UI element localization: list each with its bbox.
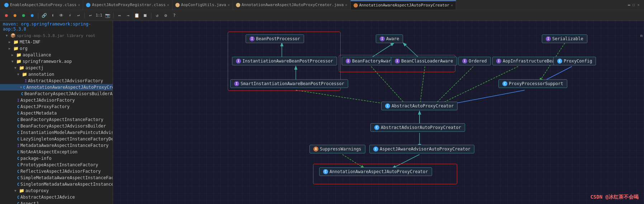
- sidebar-beanfactory-builder[interactable]: C BeanFactoryAspectJAdvisorsBuilder: [0, 123, 113, 129]
- tab-aop-config[interactable]: AopConfigUtils.java ✕: [172, 0, 233, 10]
- sidebar-singleton-metadata[interactable]: C SingletonMetadataAwareAspectInstanceFa…: [0, 181, 113, 187]
- icon-c-lazy: C: [17, 137, 19, 141]
- tab-aspect-registrar[interactable]: AspectJAutoProxyRegistrar.class ✕: [83, 0, 172, 10]
- sidebar-metadata-aware[interactable]: I MetadataAwareAspectInstanceFactory: [0, 142, 113, 149]
- sidebar-annotation-aware[interactable]: ▼ C AnnotationAwareAspectJAutoProxyCreat…: [0, 84, 113, 91]
- sidebar-org[interactable]: ▶ 📁 org: [0, 45, 113, 52]
- icon-ordered: I: [462, 59, 467, 64]
- sidebar-aspectj-advisor-factory[interactable]: I AspectJAdvisorFactory: [0, 97, 113, 103]
- sidebar-beanfactory-aspect[interactable]: C BeanFactoryAspectInstanceFactory: [0, 116, 113, 123]
- icon-i-abstract: I: [25, 79, 27, 83]
- arrow-aop: ▶: [11, 53, 15, 57]
- sidebar-reflective[interactable]: C ReflectiveAspectJAdvisorFactory: [0, 168, 113, 175]
- node-bean-post-processor[interactable]: I BeanPostProcessor: [246, 34, 304, 43]
- sidebar-annotation[interactable]: ▼ 📁 annotation: [0, 71, 113, 78]
- sidebar-aspectj-ellipsis[interactable]: C AspectJ...: [0, 200, 113, 204]
- node-bean-factory-aware[interactable]: I BeanFactoryAware: [342, 57, 398, 65]
- btn-clipboard[interactable]: 📋: [133, 12, 140, 19]
- btn-redo[interactable]: ↺: [153, 12, 161, 19]
- btn-arrow[interactable]: →: [124, 12, 132, 19]
- btn-help[interactable]: ?: [171, 12, 178, 19]
- sidebar-aspectj-proxy-factory[interactable]: C AspectJProxyFactory: [0, 103, 113, 110]
- node-proxy-config[interactable]: C ProxyConfig: [553, 57, 596, 65]
- btn-reshape[interactable]: ↩: [75, 12, 82, 19]
- btn-down[interactable]: ⬇: [49, 12, 56, 19]
- btn-expand[interactable]: ↔: [116, 12, 123, 19]
- btn-eye[interactable]: 👁: [58, 12, 65, 19]
- node-abstract-advisor-auto-proxy[interactable]: C AbstractAdvisorAutoProxyCreator: [370, 123, 465, 132]
- icon-bpp: I: [250, 36, 255, 41]
- node-serializable[interactable]: I Serializable: [542, 34, 587, 43]
- node-aop-infrastructure[interactable]: I AopInfrastructureBean: [492, 57, 561, 65]
- node-bean-class-loader-aware[interactable]: I BeanClassLoaderAware: [391, 57, 457, 65]
- arrow-spring: ▼: [11, 60, 15, 63]
- diagram-area[interactable]: I BeanPostProcessor I Aware I Serializab…: [113, 21, 644, 204]
- close-icon2[interactable]: ✕: [167, 3, 169, 7]
- icon-bcla: I: [395, 59, 400, 64]
- icon-c-inst: C: [17, 131, 19, 135]
- sidebar-aspect-metadata[interactable]: C AspectMetadata: [0, 110, 113, 116]
- node-smart-instantiation[interactable]: I SmartInstantiationAwareBeanPostProcess…: [230, 79, 348, 88]
- sidebar-not-aspect[interactable]: C NotAnAtAspectException: [0, 149, 113, 155]
- close-icon4[interactable]: ✕: [345, 3, 347, 7]
- sidebar-aopalliance[interactable]: ▶ 📁 aopalliance: [0, 52, 113, 58]
- sep2: [84, 13, 85, 18]
- node-ordered[interactable]: I Ordered: [458, 57, 491, 65]
- icon-ajapc: C: [373, 147, 378, 152]
- close-icon3[interactable]: ✕: [228, 3, 230, 7]
- btn-stop[interactable]: ⏹: [142, 12, 149, 19]
- btn-link[interactable]: 🔗: [41, 12, 48, 19]
- icon-bfa: I: [346, 59, 351, 64]
- btn-zoom-ratio[interactable]: 1:1: [95, 12, 103, 19]
- edge-indicator: m: [640, 33, 643, 38]
- tab-icon-diagram: [354, 3, 358, 8]
- node-abstract-auto-proxy[interactable]: C AbstractAutoProxyCreator: [381, 102, 458, 110]
- btn-red[interactable]: ⏺: [3, 12, 10, 19]
- maven-root[interactable]: maven: org.springframework:spring-aop:5.…: [0, 21, 113, 32]
- sidebar-instantiation-model[interactable]: C InstantiationModelAwarePointcutAdvisor…: [0, 129, 113, 136]
- tab-enable-aspect[interactable]: EnableAspectJAutoProxy.class ✕: [1, 0, 83, 10]
- icon-c-bf-adapt: C: [21, 92, 23, 96]
- sep3: [113, 13, 114, 18]
- arrow-meta: ▶: [9, 40, 12, 44]
- icon-c-not: C: [17, 150, 19, 154]
- sidebar-autoproxy[interactable]: ▼ 📁 autoproxy: [0, 187, 113, 194]
- btn-undo[interactable]: ↩: [87, 12, 94, 19]
- btn-settings[interactable]: ⚙: [162, 12, 169, 19]
- sidebar-beanfactory-adapt[interactable]: C BeanFactoryAspectJAdvisorsBuilderAdapt…: [0, 91, 113, 97]
- folder-icon-aop: 📁: [16, 52, 22, 57]
- sidebar-springframework[interactable]: ▼ 📁 springframework.aop: [0, 58, 113, 65]
- icon-i-meta-aware: I: [17, 144, 19, 148]
- sidebar-library-root[interactable]: ▼ 📦 spring-aop-5.3.8.jar library root: [0, 32, 113, 39]
- close-icon[interactable]: ✕: [78, 3, 80, 7]
- node-proxy-processor-support[interactable]: C ProxyProcessorSupport: [498, 79, 567, 88]
- close-icon5[interactable]: ✕: [451, 3, 453, 7]
- node-aspectj-aware-advisor[interactable]: C AspectJAwareAdvisorAutoProxyCreator: [369, 145, 474, 153]
- node-instantiation-aware-bpp[interactable]: I InstantiationAwareBeanPostProcessor: [232, 57, 337, 65]
- icon-c-reflective: C: [17, 170, 19, 173]
- tab-annotation-aware-diagram[interactable]: AnnotationAwareAspectJAutoProxyCreator ✕: [351, 0, 456, 10]
- sidebar-meta-inf[interactable]: ▶ 📁 META-INF: [0, 39, 113, 45]
- svg-line-14: [371, 66, 406, 105]
- btn-orange[interactable]: ⏺: [11, 12, 19, 19]
- node-aware[interactable]: I Aware: [376, 34, 403, 43]
- icon-c-proxy: C: [17, 105, 19, 109]
- tab-annotation-aware-java[interactable]: AnnotationAwareAspectJAutoProxyCreator.j…: [233, 0, 351, 10]
- node-annotation-aware-aspect[interactable]: C AnnotationAwareAspectJAutoProxyCreator: [319, 167, 432, 176]
- btn-green[interactable]: ⏺: [20, 12, 27, 19]
- icon-c-proto: C: [17, 163, 19, 167]
- folder-icon-annotation: 📁: [22, 72, 27, 77]
- sidebar-abstract-aspectj-advice[interactable]: C AbstractAspectJAdvice: [0, 194, 113, 200]
- sidebar-prototype-aspect[interactable]: C PrototypeAspectInstanceFactory: [0, 162, 113, 168]
- sidebar-simple-metadata[interactable]: C SimpleMetadataAwareAspectInstanceFacto…: [0, 175, 113, 181]
- btn-blue[interactable]: ⏺: [29, 12, 36, 19]
- icon-siabpp: I: [234, 81, 239, 86]
- icon-c-singleton: C: [17, 182, 19, 186]
- sidebar-package-info[interactable]: C package-info: [0, 155, 113, 162]
- btn-filter[interactable]: ⚡: [66, 12, 74, 19]
- btn-camera[interactable]: 📷: [104, 12, 111, 19]
- node-suppress-warnings[interactable]: A SuppressWarnings: [309, 145, 365, 153]
- sidebar-aspectj[interactable]: ▼ 📁 aspectj: [0, 65, 113, 71]
- sidebar-lazy-singleton[interactable]: C LazySingletonAspectInstanceFactoryDeco…: [0, 136, 113, 142]
- sidebar-abstract-advisor[interactable]: I AbstractAspectJAdvisorFactory: [0, 78, 113, 84]
